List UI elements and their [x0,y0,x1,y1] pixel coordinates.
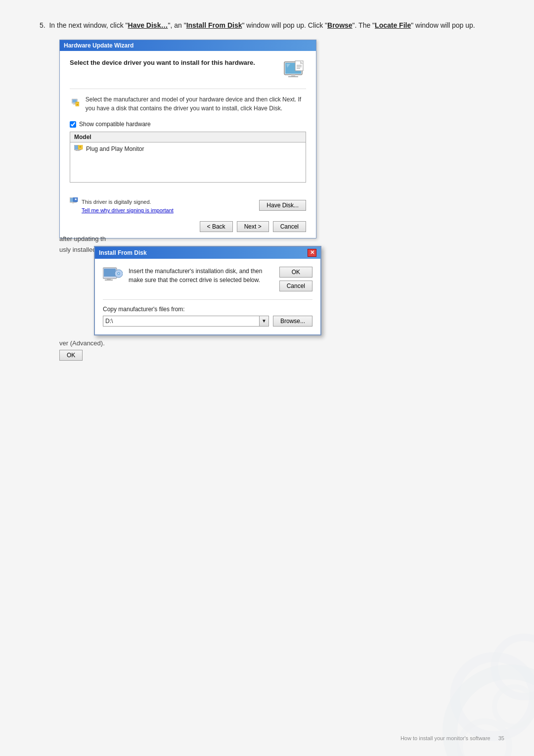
svg-point-36 [455,657,534,736]
svg-rect-13 [73,104,76,104]
show-compatible-checkbox[interactable] [70,121,76,128]
svg-point-34 [118,273,119,274]
svg-point-16 [77,104,78,105]
wizard-titlebar: Hardware Update Wizard [60,40,316,51]
svg-point-37 [494,637,534,697]
next-button[interactable]: Next > [237,221,269,232]
svg-rect-29 [104,269,116,277]
bg-text-ver: ver (Advanced). [59,339,504,347]
bg-text-line1: after updating th [59,234,504,244]
copy-label: Copy manufacturer's files from: [103,306,312,313]
wizard-header-icon-area [282,59,306,83]
wizard-body: Select the device driver you want to ins… [60,51,316,194]
model-column-header: Model [70,132,306,142]
page-footer: How to install your monitor's software 3… [400,735,504,741]
footer-page-number: 35 [498,735,504,741]
have-disk-ref: Have Disk… [128,21,168,29]
install-dialog-close-button[interactable]: ✕ [308,249,316,257]
svg-rect-31 [105,280,113,281]
show-compatible-row: Show compatible hardware [70,121,306,128]
svg-text:★: ★ [79,145,82,148]
have-disk-button[interactable]: Have Disk... [259,200,306,211]
install-disk-icon [103,267,123,286]
decorative-circles [386,509,534,756]
svg-rect-5 [295,61,303,71]
svg-point-39 [494,687,534,726]
model-section: Model ★ [70,132,306,183]
model-item-icon: ★ [74,145,83,153]
step-number: 5. [40,21,45,29]
model-list[interactable]: ★ Plug and Play Monitor [70,142,306,182]
show-compatible-label: Show compatible hardware [79,121,151,128]
dropdown-chevron-icon: ▼ [262,318,267,324]
dialog-divider [103,299,312,300]
wizard-header: Select the device driver you want to ins… [70,59,306,89]
install-from-disk-ref: Install From Disk [186,21,242,29]
locate-file-ref: Locate File [375,21,411,29]
install-ok-button[interactable]: OK [279,267,312,278]
footer-text: How to install your monitor's software [400,735,490,741]
install-desc-line2: make sure that the correct drive is sele… [129,277,260,284]
step-instruction: 5. In the next window, click "Have Disk…… [40,20,504,31]
install-dialog-description: Insert the manufacturer's installation d… [129,267,273,284]
svg-rect-20 [76,150,80,151]
copy-path-input[interactable]: D:\ ▼ [103,316,269,327]
wizard-header-title: Select the device driver you want to ins… [70,59,255,66]
svg-text:★: ★ [74,197,77,201]
install-dialog-body: Insert the manufacturer's installation d… [95,259,320,334]
browse-button[interactable]: Browse... [273,316,312,327]
driver-signed-text: This driver is digitally signed. [82,199,151,205]
driver-signed-row: ★ This driver is digitally signed. [70,197,259,206]
bg-text-lower: ver (Advanced). OK [59,339,504,361]
copy-path-value: D:\ [103,318,259,325]
install-desc-line1: Insert the manufacturer's installation d… [129,268,262,275]
wizard-footer-info: ★ This driver is digitally signed. Tell … [70,197,259,213]
wizard-footer-row: ★ This driver is digitally signed. Tell … [60,194,316,217]
model-list-item[interactable]: ★ Plug and Play Monitor [74,144,302,153]
install-dialog-action-buttons: OK Cancel [279,267,312,291]
back-button[interactable]: < Back [200,221,233,232]
copy-input-row: D:\ ▼ Browse... [103,316,312,327]
svg-rect-25 [72,202,74,203]
shield-icon: ★ [70,197,79,206]
install-dialog-top-section: Insert the manufacturer's installation d… [103,267,312,291]
model-item-label: Plug and Play Monitor [86,145,144,152]
install-dialog-titlebar: Install From Disk ✕ [95,247,320,259]
cancel-button[interactable]: Cancel [273,221,306,232]
svg-rect-15 [76,102,79,103]
svg-rect-4 [288,76,298,77]
driver-signing-link[interactable]: Tell me why driver signing is important [82,207,259,213]
page-background: 5. In the next window, click "Have Disk…… [0,0,534,756]
wizard-computer-icon [72,95,80,110]
monitor-icon [283,60,305,82]
dropdown-arrow[interactable]: ▼ [259,316,268,326]
install-cancel-button[interactable]: Cancel [279,281,312,291]
install-dialog-title: Install From Disk [99,249,147,256]
wizard-title: Hardware Update Wizard [64,42,134,49]
install-from-disk-dialog: Install From Disk ✕ [94,246,321,335]
wizard-description-text: Select the manufacturer and model of you… [86,95,304,113]
hardware-update-wizard: Hardware Update Wizard Select the device… [59,40,316,238]
browse-ref: Browse [327,21,353,29]
bg-ok-button[interactable]: OK [59,350,83,361]
svg-point-35 [450,672,534,756]
wizard-description-row: Select the manufacturer and model of you… [70,95,306,113]
